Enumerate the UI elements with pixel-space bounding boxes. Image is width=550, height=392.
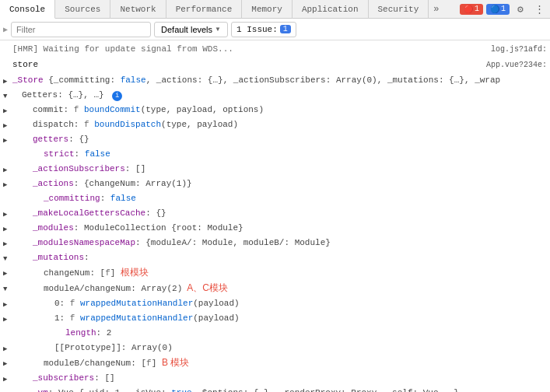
console-line-strict: strict: false: [0, 147, 550, 162]
console-line-moduleB: ▶ moduleB/changeNum: [f] B 模块: [0, 355, 550, 371]
line-content: moduleB/changeNum: [f] B 模块: [44, 356, 547, 369]
more-options-button[interactable]: ⋮: [531, 2, 547, 17]
expand-arrow[interactable]: ▶: [3, 343, 7, 355]
expand-arrow[interactable]: ▶: [3, 299, 7, 311]
tab-application[interactable]: Application: [293, 0, 369, 19]
line-content: moduleA/changeNum: Array(2) A、C模块: [44, 282, 547, 295]
tab-bar: Console Sources Network Performance Memo…: [0, 0, 550, 19]
tab-performance[interactable]: Performance: [166, 0, 243, 19]
expand-arrow[interactable]: ▶: [3, 223, 7, 236]
line-content: _Store {_committing: false, _actions: {……: [12, 74, 547, 86]
console-line-modules: ▶ _modules: ModuleCollection {root: Modu…: [0, 221, 550, 236]
console-line-commit: ▶ commit: f boundCommit(type, payload, o…: [0, 103, 550, 117]
console-line-action-subs: ▶ _actionSubscribers: []: [0, 162, 550, 177]
expand-arrow[interactable]: ▶: [3, 135, 7, 147]
line-content: dispatch: f boundDispatch(type, payload): [33, 118, 547, 131]
line-content: 1: f wrappedMutationHandler(payload): [54, 312, 547, 324]
console-line-committing: _committing: false: [0, 191, 550, 206]
warning-icon: 🔵: [490, 5, 499, 14]
console-line-subscribers: ▶ _subscribers: []: [0, 371, 550, 386]
annotation: B 模块: [156, 357, 189, 368]
expand-arrow[interactable]: ▶: [3, 105, 7, 117]
console-line-store-obj: ▶ _Store {_committing: false, _actions: …: [0, 73, 550, 88]
level-dropdown[interactable]: Default levels ▼: [154, 22, 228, 37]
expand-arrow[interactable]: ▶: [3, 120, 7, 132]
console-line-getters: ▼ Getters: {…}, …} i: [0, 88, 550, 103]
annotation: 根模块: [115, 267, 149, 278]
annotation: A、C模块: [182, 282, 228, 293]
warning-badge[interactable]: 🔵 1: [486, 4, 510, 15]
tab-memory[interactable]: Memory: [242, 0, 293, 19]
expand-arrow[interactable]: ▶: [3, 238, 7, 250]
expand-arrow[interactable]: ▶: [3, 179, 7, 191]
line-content: store: [12, 58, 486, 71]
line-content: _makeLocalGettersCache: {}: [33, 207, 547, 219]
source-link[interactable]: App.vue?234e:: [486, 59, 547, 72]
expand-arrow[interactable]: ▶: [3, 313, 7, 326]
line-content: _subscribers: []: [33, 372, 547, 384]
console-line-prototype: ▶ [[Prototype]]: Array(0): [0, 341, 550, 355]
line-content: _actions: {changeNum: Array(1)}: [33, 177, 547, 190]
level-arrow-icon: ▼: [215, 26, 221, 33]
line-content: getters: {}: [33, 133, 547, 145]
console-line-item0: ▶ 0: f wrappedMutationHandler(payload): [0, 296, 550, 311]
tab-more[interactable]: »: [429, 0, 443, 19]
error-icon: 🔴: [464, 5, 473, 14]
expand-arrow[interactable]: ▶: [3, 75, 7, 88]
console-line-mutations: ▼ _mutations:: [0, 250, 550, 265]
console-line-length: length: 2: [0, 326, 550, 341]
line-content: [HMR] Waiting for update signal from WDS…: [12, 43, 491, 55]
issue-count: 1: [280, 25, 291, 33]
warning-count: 1: [501, 5, 506, 13]
console-line-changenum: ▶ changeNum: [f] 根模块: [0, 265, 550, 281]
line-content: strict: false: [44, 148, 547, 160]
expand-arrow[interactable]: ▶: [3, 268, 7, 280]
level-label: Default levels: [161, 25, 212, 34]
filter-arrow-icon[interactable]: ▶: [3, 25, 8, 34]
console-line-item1: ▶ 1: f wrappedMutationHandler(payload): [0, 311, 550, 326]
line-content: _mutations:: [33, 251, 547, 264]
line-content: _actionSubscribers: []: [33, 163, 547, 175]
line-content: _modulesNamespaceMap: {moduleA/: Module,…: [33, 236, 547, 249]
source-link[interactable]: log.js?1afd:: [491, 44, 547, 56]
console-line-moduleA: ▼ moduleA/changeNum: Array(2) A、C模块: [0, 281, 550, 296]
expand-arrow[interactable]: ▶: [3, 208, 7, 221]
console-line-hmr: [HMR] Waiting for update signal from WDS…: [0, 42, 550, 58]
console-line-make-local: ▶ _makeLocalGettersCache: {}: [0, 206, 550, 221]
console-line-actions: ▶ _actions: {changeNum: Array(1)}: [0, 177, 550, 191]
tab-console[interactable]: Console: [0, 0, 55, 19]
expand-arrow[interactable]: ▶: [3, 373, 7, 386]
console-line-modules-ns: ▶ _modulesNamespaceMap: {moduleA/: Modul…: [0, 236, 550, 250]
issue-label: 1 Issue:: [236, 25, 278, 34]
line-content: 0: f wrappedMutationHandler(payload): [54, 297, 547, 310]
tab-security[interactable]: Security: [369, 0, 429, 19]
error-count: 1: [475, 5, 479, 13]
expand-arrow[interactable]: ▼: [3, 283, 7, 296]
expand-arrow[interactable]: ▼: [3, 253, 7, 265]
line-content: _modules: ModuleCollection {root: Module…: [33, 222, 547, 234]
line-content: changeNum: [f] 根模块: [44, 266, 547, 279]
line-content: commit: f boundCommit(type, payload, opt…: [33, 103, 547, 116]
expand-arrow[interactable]: ▼: [3, 90, 7, 103]
issue-badge[interactable]: 1 Issue: 1: [231, 22, 296, 37]
settings-button[interactable]: ⚙: [513, 2, 528, 17]
filter-bar: ▶ Default levels ▼ 1 Issue: 1: [0, 19, 550, 40]
expand-arrow[interactable]: ▶: [3, 388, 7, 392]
line-content: _vm: Vue {_uid: 1, _isVue: true, $option…: [33, 387, 547, 392]
console-content: [HMR] Waiting for update signal from WDS…: [0, 40, 550, 392]
console-line-dispatch: ▶ dispatch: f boundDispatch(type, payloa…: [0, 117, 550, 132]
line-content: [[Prototype]]: Array(0): [54, 341, 547, 354]
expand-arrow[interactable]: ▶: [3, 358, 7, 370]
line-content: Getters: {…}, …} i: [22, 89, 547, 101]
tab-sources[interactable]: Sources: [55, 0, 110, 19]
line-content: length: 2: [65, 327, 547, 339]
tab-network[interactable]: Network: [110, 0, 166, 19]
info-badge: i: [112, 91, 122, 101]
error-badge[interactable]: 🔴 1: [460, 4, 483, 15]
console-line-getters-prop: ▶ getters: {}: [0, 132, 550, 147]
expand-arrow[interactable]: ▶: [3, 164, 7, 177]
line-content: _committing: false: [44, 192, 547, 205]
filter-input[interactable]: [11, 22, 151, 37]
console-line-store: store App.vue?234e:: [0, 58, 550, 73]
tab-actions: 🔴 1 🔵 1 ⚙ ⋮: [460, 2, 550, 17]
